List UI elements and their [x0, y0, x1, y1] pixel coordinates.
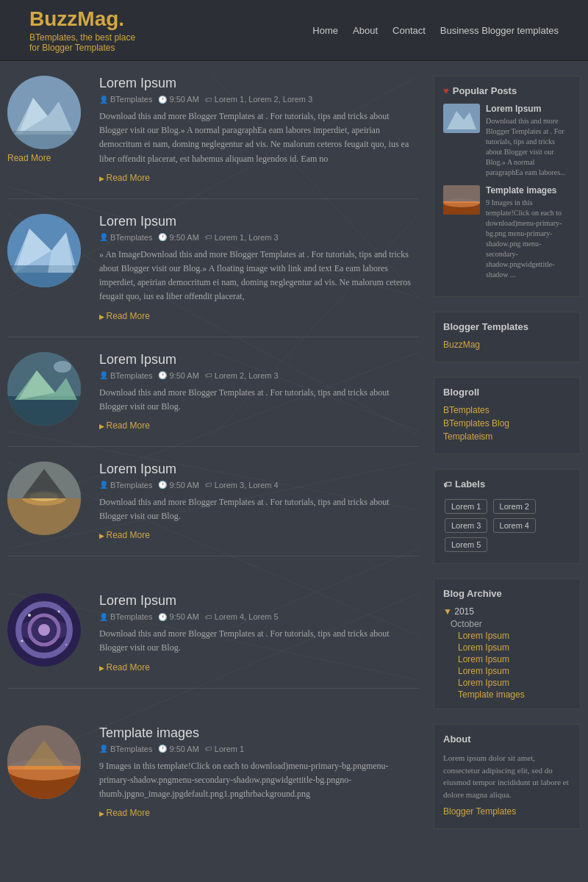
post-author-meta: 👤 BTemplates [99, 612, 152, 621]
labels-title: 🏷 Labels [443, 478, 571, 490]
tag-icon: 🏷 [205, 371, 212, 379]
post-time: 9:50 AM [169, 745, 198, 753]
post-excerpt: Download this and more Blogger Templates… [99, 627, 419, 655]
post-tags: Lorem 4, Lorem 5 [215, 612, 279, 621]
about-title: About [443, 734, 571, 745]
popular-post-title-link[interactable]: Template images [486, 185, 571, 196]
clock-icon: 🕐 [158, 96, 167, 104]
tag-icon: 🏷 [205, 481, 212, 489]
clock-icon: 🕐 [158, 613, 167, 621]
post-author: BTemplates [110, 612, 152, 621]
svg-point-38 [58, 611, 60, 613]
post-author-meta: 👤 BTemplates [99, 371, 152, 380]
main-nav: Home About Contact Business Blogger temp… [312, 25, 559, 36]
post-tags-meta: 🏷 Lorem 2, Lorem 3 [205, 371, 279, 380]
post-author: BTemplates [110, 95, 152, 104]
archive-month-label: October [451, 619, 482, 629]
nav-about[interactable]: About [353, 25, 378, 36]
read-more-below-link[interactable]: Read More [7, 153, 88, 163]
user-icon: 👤 [99, 96, 108, 104]
clock-icon: 🕐 [158, 481, 167, 489]
post-image [7, 725, 81, 799]
blogger-templates-link[interactable]: BuzzMag [443, 340, 571, 350]
blogroll-link[interactable]: BTemplates [443, 405, 571, 415]
user-icon: 👤 [99, 233, 108, 241]
blogger-templates-title: Blogger Templates [443, 321, 571, 332]
archive-year: ▼ 2015 [443, 606, 571, 617]
blogroll-title: Blogroll [443, 387, 571, 398]
header: BuzzMag. BTemplates, the best place for … [0, 0, 588, 61]
archive-year-toggle[interactable]: ▼ [443, 606, 452, 617]
post-body: Lorem Ipsum 👤 BTemplates 🕐 9:50 AM 🏷 Lor… [99, 593, 419, 673]
post-item: Lorem Ipsum 👤 BTemplates 🕐 9:50 AM 🏷 Lor… [7, 352, 419, 447]
read-more-link[interactable]: Read More [99, 311, 150, 321]
post-image-wrap [7, 214, 88, 322]
svg-point-39 [65, 644, 67, 645]
post-title: Lorem Ipsum [99, 214, 419, 229]
nav-contact[interactable]: Contact [392, 25, 426, 36]
post-time: 9:50 AM [169, 612, 198, 621]
post-excerpt: 9 Images in this template!Click on each … [99, 759, 419, 802]
label-tag[interactable]: Lorem 5 [445, 537, 487, 552]
post-meta: 👤 BTemplates 🕐 9:50 AM 🏷 Lorem 1, Lorem … [99, 95, 419, 104]
archive-item-link[interactable]: Template images [443, 689, 571, 700]
post-image-wrap [7, 725, 88, 820]
post-item: Lorem Ipsum 👤 BTemplates 🕐 9:50 AM 🏷 Lor… [7, 214, 419, 337]
post-item: Lorem Ipsum 👤 BTemplates 🕐 9:50 AM 🏷 Lor… [7, 593, 419, 688]
labels-section: 🏷 Labels Lorem 1 Lorem 2 Lorem 3 Lorem 4… [434, 469, 581, 564]
logo-sub-line2: for Blogger Templates [29, 43, 115, 53]
post-title: Template images [99, 725, 419, 741]
post-meta: 👤 BTemplates 🕐 9:50 AM 🏷 Lorem 3, Lorem … [99, 481, 419, 490]
post-image-wrap: Read More [7, 76, 88, 184]
blogroll-link[interactable]: BTemplates Blog [443, 418, 571, 429]
read-more-link[interactable]: Read More [99, 808, 150, 818]
read-more-link[interactable]: Read More [99, 662, 150, 673]
post-time-meta: 🕐 9:50 AM [158, 612, 198, 621]
clock-icon: 🕐 [158, 233, 167, 241]
blogroll-section: Blogroll BTemplates BTemplates Blog Temp… [434, 377, 581, 454]
user-icon: 👤 [99, 481, 108, 489]
label-tag[interactable]: Lorem 4 [493, 518, 536, 533]
post-item: Lorem Ipsum 👤 BTemplates 🕐 9:50 AM 🏷 Lor… [7, 462, 419, 556]
post-image-wrap [7, 462, 88, 541]
clock-icon: 🕐 [158, 745, 167, 753]
post-tags: Lorem 1, Lorem 2, Lorem 3 [215, 95, 312, 104]
tag-icon: 🏷 [443, 480, 451, 489]
popular-post-excerpt: Download this and more Blogger Templates… [486, 116, 571, 178]
post-item: Template images 👤 BTemplates 🕐 9:50 AM 🏷… [7, 725, 419, 834]
nav-home[interactable]: Home [312, 25, 338, 36]
archive-item-link[interactable]: Lorem Ipsum [443, 642, 571, 653]
user-icon: 👤 [99, 613, 108, 621]
blogroll-link[interactable]: Templateism [443, 431, 571, 442]
clock-icon: 🕐 [158, 371, 167, 379]
content-area: Read More Lorem Ipsum 👤 BTemplates 🕐 9:5… [7, 76, 419, 848]
blog-archive-section: Blog Archive ▼ 2015 October Lorem Ipsum … [434, 578, 581, 709]
about-link[interactable]: Blogger Templates [443, 806, 571, 817]
label-tag[interactable]: Lorem 2 [493, 499, 536, 514]
logo-subtitle: BTemplates, the best place for Blogger T… [29, 32, 135, 53]
archive-item-link[interactable]: Lorem Ipsum [443, 666, 571, 676]
labels-label: Labels [455, 478, 485, 490]
post-tags: Lorem 3, Lorem 4 [215, 481, 279, 490]
logo-dot: . [118, 7, 124, 30]
popular-post-title-link[interactable]: Lorem Ipsum [486, 104, 571, 114]
heart-icon: ♥ [443, 85, 449, 96]
read-more-link[interactable]: Read More [99, 173, 150, 183]
user-icon: 👤 [99, 745, 108, 753]
tag-icon: 🏷 [205, 96, 212, 104]
post-time-meta: 🕐 9:50 AM [158, 481, 198, 490]
archive-item-link[interactable]: Lorem Ipsum [443, 678, 571, 688]
archive-item-link[interactable]: Lorem Ipsum [443, 654, 571, 664]
post-excerpt: Download this and more Blogger Templates… [99, 495, 419, 523]
archive-item-link[interactable]: Lorem Ipsum [443, 631, 571, 641]
popular-thumb [443, 185, 480, 215]
logo-sub-line1: BTemplates, the best place [29, 32, 135, 43]
label-tag[interactable]: Lorem 3 [445, 518, 487, 533]
nav-business-templates[interactable]: Business Blogger templates [440, 25, 559, 36]
label-tag[interactable]: Lorem 1 [445, 499, 487, 514]
post-tags: Lorem 1, Lorem 3 [215, 233, 279, 242]
popular-posts-label: Popular Posts [453, 85, 517, 96]
read-more-link[interactable]: Read More [99, 420, 150, 431]
post-image-wrap [7, 352, 88, 431]
read-more-link[interactable]: Read More [99, 530, 150, 540]
